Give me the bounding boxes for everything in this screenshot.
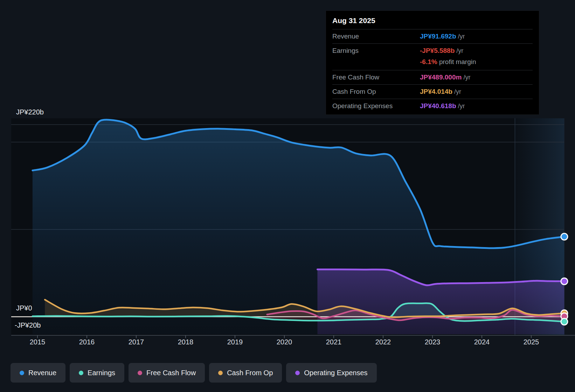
legend-item-cashop[interactable]: Cash From Op — [209, 363, 282, 383]
tooltip-value-earnings: -JP¥5.588b /yr — [420, 47, 533, 55]
stock-financials-chart-screen: JP¥220b JP¥0 -JP¥20b 2015201620172018201… — [0, 0, 575, 392]
x-axis-label-2022: 2022 — [367, 338, 399, 346]
opex-legend-dot-icon — [295, 371, 300, 375]
x-axis-label-2017: 2017 — [120, 338, 152, 346]
tooltip-row-fcf: Free Cash Flow JP¥489.000m /yr — [332, 70, 533, 85]
chart-legend: RevenueEarningsFree Cash FlowCash From O… — [11, 363, 377, 383]
tooltip-label-revenue: Revenue — [332, 33, 420, 40]
tooltip-label-opex: Operating Expenses — [332, 102, 420, 110]
x-axis-label-2024: 2024 — [466, 338, 498, 346]
legend-label: Earnings — [88, 369, 115, 377]
tooltip-row-cashop: Cash From Op JP¥4.014b /yr — [332, 85, 533, 99]
tooltip-label-fcf: Free Cash Flow — [332, 74, 420, 81]
x-axis-label-2023: 2023 — [417, 338, 448, 346]
x-axis-label-2021: 2021 — [318, 338, 349, 346]
revenue-legend-dot-icon — [20, 371, 24, 375]
cashop-legend-dot-icon — [218, 371, 223, 375]
x-axis-label-2019: 2019 — [219, 338, 251, 346]
y-axis-label-zero: JP¥0 — [16, 304, 32, 312]
earnings-end-dot — [561, 318, 568, 325]
legend-item-earnings[interactable]: Earnings — [70, 363, 124, 383]
legend-item-opex[interactable]: Operating Expenses — [286, 363, 376, 383]
legend-label: Cash From Op — [227, 369, 273, 377]
revenue-end-dot — [561, 233, 568, 240]
tooltip-label-cashop: Cash From Op — [332, 88, 420, 96]
fcf-legend-dot-icon — [138, 371, 142, 375]
x-axis-label-2016: 2016 — [71, 338, 103, 346]
legend-item-revenue[interactable]: Revenue — [11, 363, 65, 383]
tooltip-row-earnings: Earnings -JP¥5.588b /yr -6.1% profit mar… — [332, 44, 533, 70]
legend-item-fcf[interactable]: Free Cash Flow — [129, 363, 205, 383]
x-axis-label-2025: 2025 — [515, 338, 547, 346]
x-axis-label-2015: 2015 — [22, 338, 53, 346]
chart-tooltip: Aug 31 2025 Revenue JP¥91.692b /yr Earni… — [326, 10, 539, 115]
tooltip-value-cashop: JP¥4.014b /yr — [420, 88, 533, 96]
tooltip-value-revenue: JP¥91.692b /yr — [420, 33, 533, 40]
earnings-legend-dot-icon — [79, 371, 83, 375]
legend-label: Free Cash Flow — [146, 369, 196, 377]
tooltip-profit-margin: -6.1% profit margin — [420, 58, 533, 66]
opex-end-dot — [561, 278, 568, 285]
tooltip-row-opex: Operating Expenses JP¥40.618b /yr — [332, 99, 533, 113]
legend-label: Operating Expenses — [304, 369, 367, 377]
tooltip-value-opex: JP¥40.618b /yr — [420, 102, 533, 110]
x-axis-label-2020: 2020 — [269, 338, 300, 346]
y-axis-label-negative: -JP¥20b — [15, 321, 41, 329]
y-axis-label-top: JP¥220b — [16, 108, 44, 116]
tooltip-date: Aug 31 2025 — [332, 14, 533, 29]
tooltip-row-revenue: Revenue JP¥91.692b /yr — [332, 29, 533, 44]
tooltip-value-fcf: JP¥489.000m /yr — [420, 74, 533, 81]
legend-label: Revenue — [28, 369, 56, 377]
tooltip-label-earnings: Earnings — [332, 47, 420, 55]
x-axis-label-2018: 2018 — [170, 338, 201, 346]
